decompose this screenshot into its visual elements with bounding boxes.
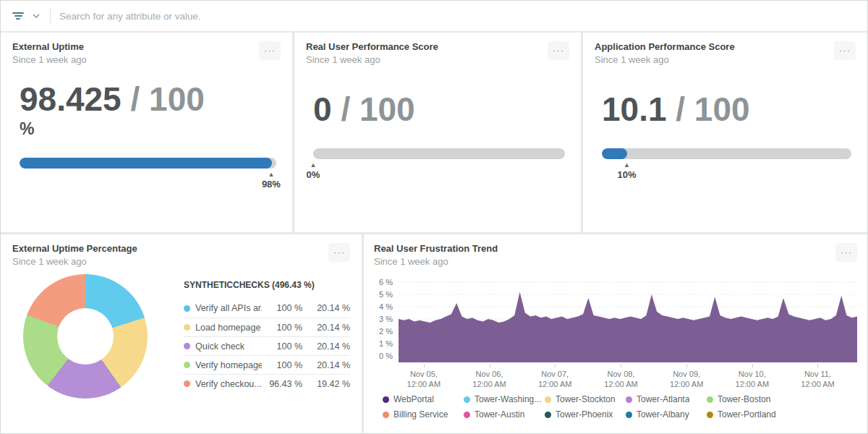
uptime-legend-row[interactable]: Quick check100 %20.14 % <box>184 336 350 355</box>
trend-legend-item[interactable]: Tower-Austin <box>464 409 545 420</box>
card-title: External Uptime <box>12 41 87 52</box>
uptime-legend-row[interactable]: Verify homepage...100 %20.14 % <box>184 355 350 374</box>
uptime-donut-chart[interactable] <box>23 274 148 399</box>
donut-hole <box>57 308 114 365</box>
y-tick-label: 5 % <box>379 290 393 299</box>
series-color-dot <box>707 396 713 403</box>
filter-icon[interactable] <box>11 11 25 21</box>
series-color-dot <box>184 362 190 368</box>
x-axis-labels: Nov 05,12:00 AMNov 06,12:00 AMNov 07,12:… <box>399 362 857 388</box>
dashboard-page: External Uptime Since 1 week ago ··· 98.… <box>0 0 868 434</box>
trend-legend-item[interactable]: Tower-Portland <box>707 409 788 420</box>
gauge-fill <box>602 148 627 159</box>
series-share-value: 19.42 % <box>302 379 350 389</box>
series-color-dot <box>184 343 190 349</box>
series-color-dot <box>383 412 389 418</box>
y-axis-labels: 6 %5 %4 %3 %2 %1 %0 % <box>374 277 399 362</box>
y-tick-label: 3 % <box>379 315 393 323</box>
trend-legend-item[interactable]: Tower-Stockton <box>545 394 626 404</box>
card-subtitle: Since 1 week ago <box>306 54 438 65</box>
trend-chart-area: 6 %5 %4 %3 %2 %1 %0 % <box>374 277 857 362</box>
metric-value: 98.425 / 100 <box>20 81 276 118</box>
x-tick-label: Nov 08,12:00 AM <box>604 369 637 390</box>
card-menu-button[interactable]: ··· <box>834 41 856 60</box>
card-menu-button[interactable]: ··· <box>548 41 569 60</box>
series-label: Verify all APIs ar... <box>195 303 262 313</box>
progress-gauge: ▲ 98% <box>20 158 276 169</box>
gauge-track <box>313 148 565 159</box>
series-label: Quick check <box>195 341 262 352</box>
card-subtitle: Since 1 week ago <box>12 54 87 65</box>
card-menu-button[interactable]: ··· <box>328 243 350 262</box>
external-uptime-card: External Uptime Since 1 week ago ··· 98.… <box>1 33 292 232</box>
series-color-dot <box>707 412 713 418</box>
card-title: Application Performance Score <box>595 41 735 52</box>
card-title: External Uptime Percentage <box>12 243 137 254</box>
x-tick-label: Nov 10,12:00 AM <box>736 369 769 390</box>
metric-value: 10.1 / 100 <box>602 91 851 128</box>
application-performance-card: Application Performance Score Since 1 we… <box>583 33 867 232</box>
chevron-down-icon[interactable] <box>33 14 40 18</box>
x-tick-label: Nov 06,12:00 AM <box>472 369 506 390</box>
trend-legend-item[interactable]: Tower-Atlanta <box>626 394 707 404</box>
frustration-area-chart[interactable] <box>399 277 857 362</box>
trend-legend-item[interactable]: Tower-Boston <box>707 394 788 404</box>
card-menu-button[interactable]: ··· <box>835 243 857 262</box>
x-tick-label: Nov 07,12:00 AM <box>538 369 571 390</box>
triangle-up-icon: ▲ <box>310 162 317 169</box>
gauge-fill <box>20 158 272 169</box>
series-label: Tower-Phoenix <box>556 409 613 420</box>
uptime-legend-row[interactable]: Load homepage ...100 %20.14 % <box>184 318 350 336</box>
series-label: Load homepage ... <box>195 323 262 333</box>
trend-legend-item[interactable]: Tower-Albany <box>626 409 707 420</box>
series-label: WebPortal <box>393 394 434 404</box>
uptime-legend-title: SYNTHETICCHECKS (496.43 %) <box>184 280 350 290</box>
series-uptime-value: 100 % <box>262 303 302 313</box>
x-tick-label: Nov 09,12:00 AM <box>670 369 703 390</box>
x-tick-mark <box>424 364 425 367</box>
uptime-legend-row[interactable]: Verify checkou...96.43 %19.42 % <box>184 374 350 393</box>
apm-gauge-widget: 10.1 / 100 ▲ 10% <box>602 91 851 159</box>
series-color-dot <box>545 412 551 418</box>
uptime-legend-row[interactable]: Verify all APIs ar...100 %20.14 % <box>184 299 350 318</box>
series-share-value: 20.14 % <box>302 360 350 370</box>
progress-gauge: ▲ 10% <box>602 148 851 159</box>
triangle-up-icon: ▲ <box>624 162 630 169</box>
trend-legend-item[interactable]: Billing Service <box>383 409 464 420</box>
series-color-dot <box>626 396 632 403</box>
series-share-value: 20.14 % <box>302 341 350 352</box>
card-subtitle: Since 1 week ago <box>374 256 498 267</box>
trend-legend-item[interactable]: Tower-Washing... <box>464 394 545 404</box>
metric-value: 0 / 100 <box>313 91 565 128</box>
series-label: Tower-Stockton <box>556 394 616 404</box>
triangle-up-icon: ▲ <box>268 171 274 178</box>
uptime-legend-table: Verify all APIs ar...100 %20.14 %Load ho… <box>184 299 350 393</box>
y-tick-label: 0 % <box>379 352 393 360</box>
gauge-track <box>20 158 276 169</box>
x-tick-mark <box>490 364 490 367</box>
gauge-marker: ▲ 0% <box>307 162 320 179</box>
progress-gauge: ▲ 0% <box>313 148 565 159</box>
x-tick-label: Nov 05,12:00 AM <box>407 369 441 390</box>
top-widget-row: External Uptime Since 1 week ago ··· 98.… <box>1 33 867 232</box>
external-uptime-percentage-card: External Uptime Percentage Since 1 week … <box>1 234 362 433</box>
series-color-dot <box>184 305 190 312</box>
metric-unit: % <box>20 119 276 139</box>
series-uptime-value: 96.43 % <box>262 379 302 389</box>
x-tick-mark <box>686 364 687 367</box>
series-label: Verify homepage... <box>195 360 262 370</box>
card-title: Real User Frustration Trend <box>374 243 498 254</box>
x-tick-label: Nov 11,12:00 AM <box>801 369 834 390</box>
series-label: Tower-Washing... <box>475 394 541 404</box>
x-tick-mark <box>621 364 621 367</box>
search-input[interactable] <box>59 11 857 22</box>
trend-legend-item[interactable]: Tower-Phoenix <box>545 409 626 420</box>
card-subtitle: Since 1 week ago <box>12 256 137 267</box>
card-menu-button[interactable]: ··· <box>259 41 281 60</box>
x-tick-mark <box>555 364 556 367</box>
y-tick-label: 1 % <box>379 339 393 348</box>
gauge-marker-label: 0% <box>307 170 320 179</box>
x-tick-mark <box>752 364 753 367</box>
trend-legend-item[interactable]: WebPortal <box>383 394 464 404</box>
series-label: Billing Service <box>393 409 448 420</box>
